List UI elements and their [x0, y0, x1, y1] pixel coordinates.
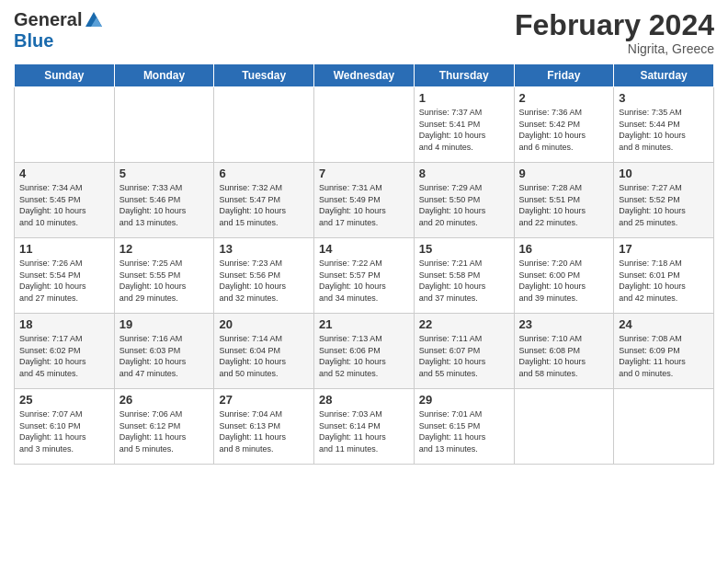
col-wednesday: Wednesday	[314, 64, 415, 87]
day-info-2-2: Sunrise: 7:23 AM Sunset: 5:56 PM Dayligh…	[219, 258, 309, 304]
calendar-cell-1-2: 6Sunrise: 7:32 AM Sunset: 5:47 PM Daylig…	[214, 163, 314, 238]
day-info-3-6: Sunrise: 7:08 AM Sunset: 6:09 PM Dayligh…	[619, 333, 709, 379]
day-info-1-5: Sunrise: 7:28 AM Sunset: 5:51 PM Dayligh…	[519, 182, 609, 228]
logo-blue-text: Blue	[14, 30, 53, 52]
day-number-4-3: 28	[319, 393, 409, 407]
day-info-0-4: Sunrise: 7:37 AM Sunset: 5:41 PM Dayligh…	[419, 107, 509, 153]
month-year-title: February 2024	[515, 9, 714, 41]
day-info-2-6: Sunrise: 7:18 AM Sunset: 6:01 PM Dayligh…	[619, 258, 709, 304]
day-info-3-1: Sunrise: 7:16 AM Sunset: 6:03 PM Dayligh…	[119, 333, 210, 379]
day-info-1-0: Sunrise: 7:34 AM Sunset: 5:45 PM Dayligh…	[19, 182, 109, 228]
calendar-cell-4-0: 25Sunrise: 7:07 AM Sunset: 6:10 PM Dayli…	[15, 389, 115, 465]
page: General Blue February 2024 Nigrita, Gree…	[0, 0, 728, 563]
calendar-cell-0-6: 3Sunrise: 7:35 AM Sunset: 5:44 PM Daylig…	[614, 87, 714, 163]
day-info-2-1: Sunrise: 7:25 AM Sunset: 5:55 PM Dayligh…	[119, 258, 210, 304]
calendar-cell-1-3: 7Sunrise: 7:31 AM Sunset: 5:49 PM Daylig…	[314, 163, 415, 238]
calendar-cell-0-5: 2Sunrise: 7:36 AM Sunset: 5:42 PM Daylig…	[514, 87, 614, 163]
day-info-3-5: Sunrise: 7:10 AM Sunset: 6:08 PM Dayligh…	[519, 333, 609, 379]
day-info-4-4: Sunrise: 7:01 AM Sunset: 6:15 PM Dayligh…	[419, 408, 509, 454]
day-number-3-1: 19	[119, 317, 210, 331]
day-info-1-1: Sunrise: 7:33 AM Sunset: 5:46 PM Dayligh…	[119, 182, 210, 228]
calendar-cell-3-5: 23Sunrise: 7:10 AM Sunset: 6:08 PM Dayli…	[514, 314, 614, 389]
calendar-cell-0-4: 1Sunrise: 7:37 AM Sunset: 5:41 PM Daylig…	[414, 87, 514, 163]
day-number-4-4: 29	[419, 393, 509, 407]
day-number-0-6: 3	[619, 91, 709, 105]
calendar-cell-4-5	[514, 389, 614, 465]
calendar-cell-2-1: 12Sunrise: 7:25 AM Sunset: 5:55 PM Dayli…	[114, 238, 214, 314]
day-number-1-4: 8	[419, 167, 509, 180]
day-info-0-6: Sunrise: 7:35 AM Sunset: 5:44 PM Dayligh…	[619, 107, 709, 153]
calendar-cell-0-2	[214, 87, 314, 163]
day-number-3-5: 23	[519, 317, 609, 331]
calendar-cell-2-2: 13Sunrise: 7:23 AM Sunset: 5:56 PM Dayli…	[214, 238, 314, 314]
day-info-1-4: Sunrise: 7:29 AM Sunset: 5:50 PM Dayligh…	[419, 182, 509, 228]
calendar-header-row: Sunday Monday Tuesday Wednesday Thursday…	[15, 64, 714, 87]
calendar-cell-4-1: 26Sunrise: 7:06 AM Sunset: 6:12 PM Dayli…	[114, 389, 214, 465]
calendar-cell-2-4: 15Sunrise: 7:21 AM Sunset: 5:58 PM Dayli…	[414, 238, 514, 314]
calendar-cell-0-0	[15, 87, 115, 163]
calendar-cell-2-6: 17Sunrise: 7:18 AM Sunset: 6:01 PM Dayli…	[614, 238, 714, 314]
day-info-4-1: Sunrise: 7:06 AM Sunset: 6:12 PM Dayligh…	[119, 408, 210, 454]
calendar-cell-4-4: 29Sunrise: 7:01 AM Sunset: 6:15 PM Dayli…	[414, 389, 514, 465]
day-info-3-2: Sunrise: 7:14 AM Sunset: 6:04 PM Dayligh…	[219, 333, 309, 379]
day-info-2-4: Sunrise: 7:21 AM Sunset: 5:58 PM Dayligh…	[419, 258, 509, 304]
day-number-2-4: 15	[419, 242, 509, 256]
day-number-2-1: 12	[119, 242, 210, 256]
day-info-3-3: Sunrise: 7:13 AM Sunset: 6:06 PM Dayligh…	[319, 333, 409, 379]
calendar-cell-3-4: 22Sunrise: 7:11 AM Sunset: 6:07 PM Dayli…	[414, 314, 514, 389]
day-number-3-6: 24	[619, 317, 709, 331]
logo-general-text: General	[14, 9, 82, 30]
day-info-1-2: Sunrise: 7:32 AM Sunset: 5:47 PM Dayligh…	[219, 182, 309, 228]
day-info-1-3: Sunrise: 7:31 AM Sunset: 5:49 PM Dayligh…	[319, 182, 409, 228]
day-number-1-1: 5	[119, 167, 210, 180]
col-sunday: Sunday	[15, 64, 115, 87]
calendar-cell-3-6: 24Sunrise: 7:08 AM Sunset: 6:09 PM Dayli…	[614, 314, 714, 389]
week-row-2: 11Sunrise: 7:26 AM Sunset: 5:54 PM Dayli…	[15, 238, 714, 314]
day-number-2-3: 14	[319, 242, 409, 256]
day-info-4-0: Sunrise: 7:07 AM Sunset: 6:10 PM Dayligh…	[19, 408, 109, 454]
calendar-cell-2-3: 14Sunrise: 7:22 AM Sunset: 5:57 PM Dayli…	[314, 238, 415, 314]
title-block: February 2024 Nigrita, Greece	[515, 9, 714, 56]
calendar-cell-0-3	[314, 87, 415, 163]
day-info-3-0: Sunrise: 7:17 AM Sunset: 6:02 PM Dayligh…	[19, 333, 109, 379]
day-number-0-4: 1	[419, 91, 509, 105]
col-tuesday: Tuesday	[214, 64, 314, 87]
logo-text: General	[14, 9, 104, 30]
calendar-cell-2-5: 16Sunrise: 7:20 AM Sunset: 6:00 PM Dayli…	[514, 238, 614, 314]
day-number-1-5: 9	[519, 167, 609, 180]
day-info-4-2: Sunrise: 7:04 AM Sunset: 6:13 PM Dayligh…	[219, 408, 309, 454]
col-monday: Monday	[114, 64, 214, 87]
col-saturday: Saturday	[614, 64, 714, 87]
day-number-0-5: 2	[519, 91, 609, 105]
day-number-3-3: 21	[319, 317, 409, 331]
calendar-cell-3-1: 19Sunrise: 7:16 AM Sunset: 6:03 PM Dayli…	[114, 314, 214, 389]
col-thursday: Thursday	[414, 64, 514, 87]
day-info-2-0: Sunrise: 7:26 AM Sunset: 5:54 PM Dayligh…	[19, 258, 109, 304]
day-number-2-2: 13	[219, 242, 309, 256]
calendar-cell-1-0: 4Sunrise: 7:34 AM Sunset: 5:45 PM Daylig…	[15, 163, 115, 238]
day-number-4-1: 26	[119, 393, 210, 407]
calendar-cell-1-4: 8Sunrise: 7:29 AM Sunset: 5:50 PM Daylig…	[414, 163, 514, 238]
week-row-0: 1Sunrise: 7:37 AM Sunset: 5:41 PM Daylig…	[15, 87, 714, 163]
day-number-1-2: 6	[219, 167, 309, 180]
header: General Blue February 2024 Nigrita, Gree…	[14, 9, 714, 56]
calendar-cell-4-3: 28Sunrise: 7:03 AM Sunset: 6:14 PM Dayli…	[314, 389, 415, 465]
logo-icon	[84, 10, 104, 30]
calendar-cell-3-3: 21Sunrise: 7:13 AM Sunset: 6:06 PM Dayli…	[314, 314, 415, 389]
calendar-cell-3-2: 20Sunrise: 7:14 AM Sunset: 6:04 PM Dayli…	[214, 314, 314, 389]
calendar-cell-2-0: 11Sunrise: 7:26 AM Sunset: 5:54 PM Dayli…	[15, 238, 115, 314]
day-info-1-6: Sunrise: 7:27 AM Sunset: 5:52 PM Dayligh…	[619, 182, 709, 228]
calendar-cell-4-6	[614, 389, 714, 465]
calendar-cell-4-2: 27Sunrise: 7:04 AM Sunset: 6:13 PM Dayli…	[214, 389, 314, 465]
calendar-cell-1-5: 9Sunrise: 7:28 AM Sunset: 5:51 PM Daylig…	[514, 163, 614, 238]
day-number-3-2: 20	[219, 317, 309, 331]
col-friday: Friday	[514, 64, 614, 87]
logo: General Blue	[14, 9, 104, 52]
week-row-4: 25Sunrise: 7:07 AM Sunset: 6:10 PM Dayli…	[15, 389, 714, 465]
day-number-1-0: 4	[19, 167, 109, 180]
calendar-cell-1-6: 10Sunrise: 7:27 AM Sunset: 5:52 PM Dayli…	[614, 163, 714, 238]
day-number-3-0: 18	[19, 317, 109, 331]
calendar-cell-1-1: 5Sunrise: 7:33 AM Sunset: 5:46 PM Daylig…	[114, 163, 214, 238]
day-number-2-6: 17	[619, 242, 709, 256]
calendar-cell-0-1	[114, 87, 214, 163]
